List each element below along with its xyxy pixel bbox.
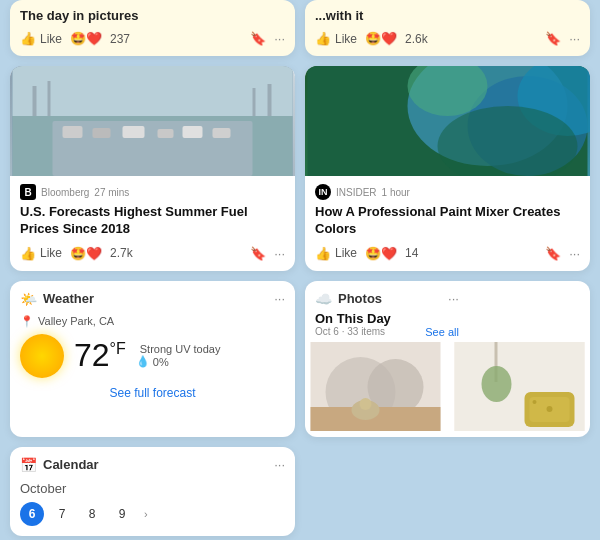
calendar-days: 6 7 8 9 › — [20, 502, 285, 526]
bookmark-icon-bloomberg[interactable]: 🔖 — [250, 246, 266, 261]
like-label-top-right: Like — [335, 32, 357, 46]
photos-card-title: Photos — [338, 291, 382, 306]
like-icon-top-right: 👍 — [315, 31, 331, 46]
svg-point-29 — [482, 366, 512, 402]
svg-rect-3 — [63, 126, 83, 138]
like-label-insider: Like — [335, 246, 357, 260]
news-time-bloomberg: 27 mins — [94, 187, 129, 198]
top-card-left: The day in pictures 👍 Like 🤩❤️ 237 🔖 ··· — [10, 0, 295, 56]
svg-rect-6 — [158, 129, 174, 138]
svg-point-32 — [547, 406, 553, 412]
like-icon-top-left: 👍 — [20, 31, 36, 46]
photos-card: ☁️ Photos ··· On This Day Oct 6 · 33 ite… — [305, 281, 590, 437]
insider-logo: IN — [315, 184, 331, 200]
like-icon-insider: 👍 — [315, 246, 331, 261]
photos-section-title: On This Day — [315, 311, 459, 326]
bookmark-icon-top-left[interactable]: 🔖 — [250, 31, 266, 46]
news-image-insider — [305, 66, 590, 176]
news-title-bloomberg: U.S. Forecasts Highest Summer Fuel Price… — [20, 204, 285, 238]
svg-rect-9 — [13, 66, 293, 116]
bloomberg-logo: B — [20, 184, 36, 200]
svg-rect-10 — [33, 86, 37, 116]
reaction-count-insider: 14 — [405, 246, 418, 260]
like-label-top-left: Like — [40, 32, 62, 46]
more-icon-photos[interactable]: ··· — [448, 291, 459, 306]
photo-thumb-2[interactable] — [449, 342, 590, 431]
calendar-card-icon: 📅 — [20, 457, 37, 473]
calendar-day-6[interactable]: 6 — [20, 502, 44, 526]
news-source-insider: INSIDER — [336, 187, 377, 198]
more-icon-top-left[interactable]: ··· — [274, 31, 285, 46]
reactions-top-right: 🤩❤️ — [365, 31, 397, 46]
svg-point-25 — [360, 398, 372, 410]
news-source-bloomberg: Bloomberg — [41, 187, 89, 198]
photos-see-all[interactable]: See all — [425, 326, 459, 338]
weather-temperature: 72°F — [74, 337, 126, 373]
news-card-bloomberg[interactable]: B Bloomberg 27 mins U.S. Forecasts Highe… — [10, 66, 295, 271]
news-time-insider: 1 hour — [382, 187, 410, 198]
reaction-count-bloomberg: 2.7k — [110, 246, 133, 260]
more-icon-bloomberg[interactable]: ··· — [274, 246, 285, 261]
reactions-insider: 🤩❤️ — [365, 246, 397, 261]
photo-thumb-1[interactable] — [305, 342, 446, 431]
like-label-bloomberg: Like — [40, 246, 62, 260]
like-icon-bloomberg: 👍 — [20, 246, 36, 261]
svg-rect-4 — [93, 128, 111, 138]
more-icon-insider[interactable]: ··· — [569, 246, 580, 261]
calendar-card: 📅 Calendar ··· October 6 7 8 9 › — [10, 447, 295, 536]
like-button-bloomberg[interactable]: 👍 Like — [20, 246, 62, 261]
calendar-card-title: Calendar — [43, 457, 99, 472]
svg-point-33 — [533, 400, 537, 404]
reactions-bloomberg: 🤩❤️ — [70, 246, 102, 261]
svg-rect-7 — [183, 126, 203, 138]
droplet-icon: 💧 — [136, 355, 150, 368]
news-card-insider[interactable]: IN INSIDER 1 hour How A Professional Pai… — [305, 66, 590, 271]
like-button-insider[interactable]: 👍 Like — [315, 246, 357, 261]
like-button-top-right[interactable]: 👍 Like — [315, 31, 357, 46]
calendar-month: October — [20, 481, 285, 496]
svg-rect-12 — [253, 88, 256, 116]
top-card-right-title: ...with it — [315, 8, 580, 23]
calendar-day-9[interactable]: 9 — [110, 502, 134, 526]
more-icon-weather[interactable]: ··· — [274, 291, 285, 306]
weather-location-text: Valley Park, CA — [38, 315, 114, 327]
top-card-left-title: The day in pictures — [20, 8, 285, 23]
bookmark-icon-insider[interactable]: 🔖 — [545, 246, 561, 261]
reaction-count-top-right: 2.6k — [405, 32, 428, 46]
svg-rect-8 — [213, 128, 231, 138]
news-image-bloomberg — [10, 66, 295, 176]
location-pin-icon: 📍 — [20, 315, 34, 328]
more-icon-top-right[interactable]: ··· — [569, 31, 580, 46]
photos-subtitle: Oct 6 · 33 items — [315, 326, 385, 337]
photos-card-icon: ☁️ — [315, 291, 332, 307]
bookmark-icon-top-right[interactable]: 🔖 — [545, 31, 561, 46]
reaction-count-top-left: 237 — [110, 32, 130, 46]
weather-card-title: Weather — [43, 291, 94, 306]
calendar-day-7[interactable]: 7 — [50, 502, 74, 526]
like-button-top-left[interactable]: 👍 Like — [20, 31, 62, 46]
top-card-right: ...with it 👍 Like 🤩❤️ 2.6k 🔖 ··· — [305, 0, 590, 56]
news-title-insider: How A Professional Paint Mixer Creates C… — [315, 204, 580, 238]
svg-rect-11 — [48, 81, 51, 116]
weather-card: 🌤️ Weather ··· 📍 Valley Park, CA 72°F St… — [10, 281, 295, 437]
weather-card-icon: 🌤️ — [20, 291, 37, 307]
more-icon-calendar[interactable]: ··· — [274, 457, 285, 472]
calendar-day-8[interactable]: 8 — [80, 502, 104, 526]
svg-rect-5 — [123, 126, 145, 138]
svg-rect-13 — [268, 84, 272, 116]
reactions-top-left: 🤩❤️ — [70, 31, 102, 46]
calendar-chevron-icon[interactable]: › — [144, 508, 148, 520]
weather-description: Strong UV today — [140, 343, 221, 355]
weather-forecast-link[interactable]: See full forecast — [20, 386, 285, 400]
sun-icon — [20, 334, 64, 378]
weather-humidity: 💧 0% — [136, 355, 221, 368]
